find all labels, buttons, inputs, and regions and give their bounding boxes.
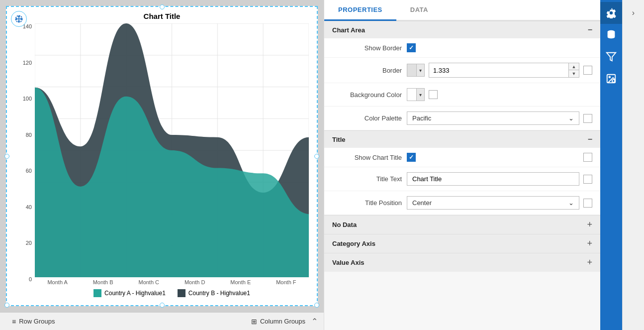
- title-section-label: Title: [332, 136, 346, 143]
- x-label-f: Month F: [276, 279, 296, 285]
- show-chart-title-checkbox[interactable]: ✓: [407, 153, 416, 162]
- x-label-c: Month C: [138, 279, 159, 285]
- legend-label-b: Country B - Highvalue1: [188, 290, 250, 297]
- category-axis-label: Category Axis: [332, 240, 375, 247]
- svg-point-22: [609, 76, 610, 78]
- color-palette-select[interactable]: Pacific ⌄: [407, 111, 579, 125]
- show-border-checkbox[interactable]: ✓: [407, 43, 416, 52]
- tab-data[interactable]: DATA: [396, 0, 442, 21]
- chart-svg: [35, 23, 309, 277]
- border-spinner-down[interactable]: ▼: [569, 70, 579, 77]
- gear-icon: [606, 7, 617, 18]
- title-text-checkbox[interactable]: [583, 175, 592, 184]
- no-data-section[interactable]: No Data +: [324, 215, 600, 234]
- resize-handle-bottom[interactable]: [160, 303, 165, 308]
- title-position-row: Title Position Center ⌄: [324, 191, 600, 215]
- column-groups-label: Column Groups: [260, 318, 305, 325]
- category-axis-section[interactable]: Category Axis +: [324, 234, 600, 253]
- chart-plot-area: 140 120 100 80 60 40 20 0: [15, 23, 309, 297]
- title-collapse[interactable]: −: [588, 135, 592, 144]
- x-label-d: Month D: [184, 279, 205, 285]
- svg-point-23: [612, 80, 615, 83]
- y-label-60: 60: [26, 168, 32, 174]
- category-axis-expand[interactable]: +: [587, 238, 592, 249]
- color-palette-arrow: ⌄: [568, 114, 574, 122]
- legend-label-a: Country A - Highvalue1: [104, 290, 166, 297]
- chart-move-handle[interactable]: [11, 11, 27, 27]
- y-label-0: 0: [29, 276, 32, 282]
- resize-handle-right[interactable]: [314, 154, 319, 159]
- border-control: ▾ ▲ ▼: [407, 63, 592, 78]
- show-border-check: ✓: [409, 44, 414, 51]
- title-text-input[interactable]: [407, 172, 579, 186]
- gear-icon-btn[interactable]: [600, 2, 622, 24]
- border-spinners: ▲ ▼: [568, 63, 579, 77]
- color-palette-label: Color Palette: [332, 114, 402, 122]
- sidebar-icons: [600, 0, 622, 330]
- y-label-100: 100: [23, 96, 32, 102]
- no-data-expand[interactable]: +: [587, 220, 592, 230]
- chart-svg-area: Month A Month B Month C Month D Month E …: [35, 23, 309, 297]
- column-groups-item[interactable]: ⊞ Column Groups: [245, 316, 311, 328]
- border-value-field[interactable]: [429, 65, 568, 76]
- database-icon-btn[interactable]: [600, 24, 622, 46]
- legend: Country A - Highvalue1 Country B - Highv…: [35, 289, 309, 297]
- left-panel: Chart Title 140 120 100 80 60 40 20 0: [0, 0, 324, 330]
- title-position-select[interactable]: Center ⌄: [407, 196, 579, 210]
- value-axis-section[interactable]: Value Axis +: [324, 253, 600, 272]
- resize-handle-bottom-right[interactable]: [314, 303, 319, 308]
- border-color-arrow[interactable]: ▾: [416, 64, 424, 76]
- color-palette-checkbox[interactable]: [583, 114, 592, 123]
- svg-marker-20: [607, 53, 616, 61]
- resize-handle-left[interactable]: [4, 154, 9, 159]
- bg-color-control: ▾: [407, 88, 592, 101]
- chart-inner: Chart Title 140 120 100 80 60 40 20 0: [7, 7, 317, 305]
- legend-item-a: Country A - Highvalue1: [93, 289, 166, 297]
- title-position-value: Center: [412, 199, 432, 207]
- bg-color-swatch[interactable]: ▾: [407, 88, 425, 101]
- bg-color-checkbox[interactable]: [429, 90, 438, 99]
- value-axis-expand[interactable]: +: [587, 257, 592, 268]
- bg-color-arrow[interactable]: ▾: [416, 89, 424, 101]
- border-color-swatch[interactable]: ▾: [407, 64, 425, 77]
- database-icon: [606, 29, 617, 40]
- image-settings-icon-btn[interactable]: [600, 68, 622, 90]
- show-chart-title-label: Show Chart Title: [332, 154, 402, 161]
- title-position-checkbox[interactable]: [583, 199, 592, 208]
- bg-color-label: Background Color: [332, 91, 402, 99]
- image-settings-icon: [606, 73, 617, 84]
- border-spinner-up[interactable]: ▲: [569, 63, 579, 70]
- title-text-label: Title Text: [332, 175, 402, 183]
- value-axis-label: Value Axis: [332, 259, 365, 266]
- row-groups-item[interactable]: ≡ Row Groups: [6, 316, 61, 328]
- chevron-right-icon: ›: [632, 8, 635, 17]
- show-chart-title-check: ✓: [409, 154, 414, 161]
- far-right-chevron-btn[interactable]: ›: [625, 4, 643, 22]
- resize-handle-top[interactable]: [160, 4, 165, 9]
- border-value-input[interactable]: ▲ ▼: [429, 63, 579, 78]
- chart-svg-wrapper: [35, 23, 309, 277]
- tab-properties[interactable]: PROPERTIES: [324, 0, 396, 21]
- chart-area-collapse[interactable]: −: [588, 25, 592, 34]
- legend-color-b: [178, 289, 185, 297]
- chart-area-label: Chart Area: [332, 26, 365, 34]
- filter-icon-btn[interactable]: [600, 46, 622, 68]
- resize-handle-bottom-left[interactable]: [4, 303, 9, 308]
- x-label-b: Month B: [93, 279, 113, 285]
- border-checkbox[interactable]: [583, 66, 592, 75]
- row-groups-icon: ≡: [12, 318, 16, 326]
- chart-container[interactable]: Chart Title 140 120 100 80 60 40 20 0: [6, 6, 318, 306]
- bottom-bar-chevron[interactable]: ⌃: [311, 317, 318, 326]
- color-palette-control: Pacific ⌄: [407, 111, 592, 125]
- title-position-control: Center ⌄: [407, 196, 592, 210]
- y-axis: 140 120 100 80 60 40 20 0: [15, 23, 35, 297]
- y-label-120: 120: [23, 60, 32, 66]
- title-position-label: Title Position: [332, 199, 402, 207]
- show-border-label: Show Border: [332, 44, 402, 52]
- bottom-bar: ≡ Row Groups ⊞ Column Groups ⌃: [0, 312, 324, 330]
- title-text-control: [407, 172, 592, 186]
- x-label-e: Month E: [230, 279, 251, 285]
- show-title-right-checkbox[interactable]: [583, 153, 592, 162]
- legend-color-a: [93, 289, 101, 297]
- chart-area-section-header: Chart Area −: [324, 21, 600, 38]
